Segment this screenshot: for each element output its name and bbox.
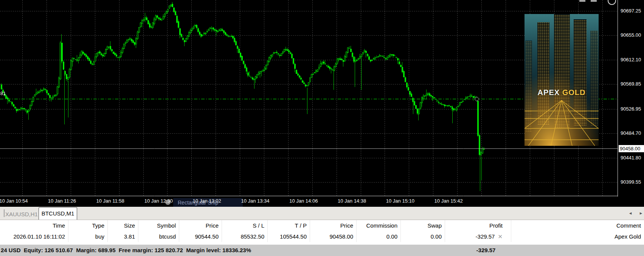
- profit-header-label: Profit: [489, 220, 503, 231]
- price-axis-label: 90441.80: [621, 155, 641, 161]
- col-header-swap[interactable]: Swap: [401, 220, 445, 231]
- time-axis-label: 10 Jan 13:02: [193, 198, 221, 204]
- col-header-time[interactable]: Time: [0, 220, 68, 231]
- restore-icon[interactable]: [591, 0, 597, 2]
- price-axis-label: 90399.55: [621, 179, 641, 186]
- cell-open-price: 90544.50: [179, 231, 222, 242]
- price-axis-label: 90697.25: [621, 8, 641, 14]
- brand-gold: GOLD: [562, 88, 586, 97]
- cell-symbol: btcusd: [138, 231, 179, 242]
- cell-commission: 0.00: [357, 231, 401, 242]
- col-header-size[interactable]: Size: [108, 220, 138, 231]
- price-axis-label: 90526.95: [621, 106, 641, 112]
- chevron-right-icon[interactable]: ▸: [638, 210, 644, 217]
- col-header-profit[interactable]: Profit: [445, 220, 511, 231]
- chart-window: 90697.2590655.0090612.1090569.8590526.95…: [0, 0, 644, 207]
- price-axis-label: 90484.70: [621, 130, 641, 137]
- brand-apex: APEX: [538, 88, 560, 97]
- price-axis-label: 90569.85: [621, 81, 641, 87]
- mt-terminal-window: 90697.2590655.0090612.1090569.8590526.95…: [0, 0, 644, 256]
- close-position-icon[interactable]: ✕: [498, 234, 503, 239]
- cell-size: 3.81: [108, 231, 138, 242]
- chart-tab-bar: XAUUSD,H1 BTCUSD,M1 ◂ ▸: [0, 207, 644, 220]
- apex-gold-logo: APEX GOLD: [525, 88, 599, 97]
- cell-current-price: 90458.00: [310, 231, 357, 242]
- price-axis-label: 90612.10: [621, 56, 641, 63]
- time-axis-label: 10 Jan 15:10: [386, 198, 414, 204]
- cell-tp: 105544.50: [268, 231, 310, 242]
- apex-gold-promo-image: APEX GOLD: [525, 14, 599, 146]
- cell-comment: Apex Gold: [511, 231, 644, 242]
- trade-orders-table: Time Type Size Symbol Price S / L T / P …: [0, 220, 644, 245]
- time-axis-label: 10 Jan 15:42: [435, 198, 463, 204]
- profit-value: -329.57: [476, 231, 495, 242]
- price-axis-label: 90655.00: [621, 32, 641, 39]
- time-axis-label: 10 Jan 10:54: [0, 198, 28, 204]
- col-header-comment[interactable]: Comment: [511, 220, 644, 231]
- time-axis-label: 10 Jan 11:58: [96, 198, 124, 204]
- status-bar: 24 USD Equity: 126 510.67 Margin: 689.95…: [0, 245, 644, 256]
- chevron-left-icon[interactable]: ◂: [627, 210, 634, 217]
- account-summary: 24 USD Equity: 126 510.67 Margin: 689.95…: [1, 245, 251, 256]
- cell-swap: 0.00: [401, 231, 445, 242]
- tab-bar-grip: [4, 209, 5, 217]
- left-edge-price-fragment: 81: [0, 91, 6, 96]
- bid-price-box: 90458.00: [619, 145, 644, 152]
- col-header-sl[interactable]: S / L: [222, 220, 268, 231]
- time-axis-label: 10 Jan 12:30: [144, 198, 173, 204]
- time-axis-label: 10 Jan 14:06: [289, 198, 318, 204]
- cell-type: buy: [68, 231, 108, 242]
- col-header-commission[interactable]: Commission: [357, 220, 401, 231]
- col-header-tp[interactable]: T / P: [268, 220, 310, 231]
- time-axis-label: 10 Jan 14:38: [338, 198, 366, 204]
- perspective-grid: [525, 100, 599, 146]
- time-axis-label: 10 Jan 13:34: [241, 198, 269, 204]
- tab-btcusd-m1[interactable]: BTCUSD,M1: [39, 207, 77, 220]
- col-header-symbol[interactable]: Symbol: [138, 220, 179, 231]
- cell-profit: -329.57 ✕: [445, 231, 511, 242]
- col-header-current-price[interactable]: Price: [310, 220, 357, 231]
- tab-xauusd-h1[interactable]: XAUUSD,H1: [5, 209, 36, 220]
- open-position-row[interactable]: 2026.01.10 16:11:02 buy 3.81 btcusd 9054…: [0, 231, 644, 242]
- col-header-type[interactable]: Type: [68, 220, 108, 231]
- table-header-row: Time Type Size Symbol Price S / L T / P …: [0, 220, 644, 231]
- cell-time: 2026.01.10 16:11:02: [0, 231, 68, 242]
- minimize-icon[interactable]: [579, 0, 585, 2]
- time-axis-label: 10 Jan 11:26: [48, 198, 76, 204]
- cell-sl: 85532.50: [222, 231, 268, 242]
- col-header-price[interactable]: Price: [179, 220, 222, 231]
- status-profit-value: -329.57: [476, 245, 496, 256]
